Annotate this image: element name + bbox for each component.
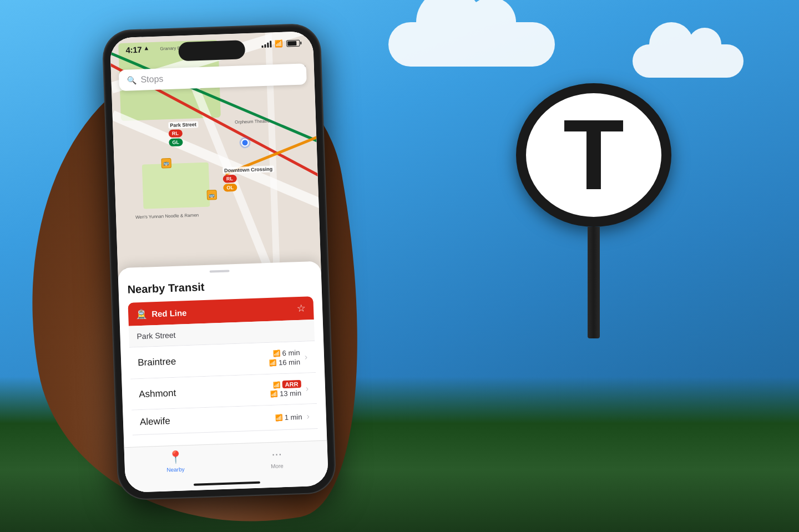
- ashmont-arrival-2: 📶 13 min: [270, 389, 302, 398]
- phone: Park Street RL GL Downtown Crossing RL O…: [103, 24, 335, 499]
- cloud-2: [633, 44, 744, 78]
- map-green-2: [142, 163, 210, 209]
- signal-icon-5: 📶: [275, 414, 283, 421]
- alewife-arrival-1: 📶 1 min: [275, 412, 302, 422]
- bus-stop-1: 🚌: [161, 158, 171, 169]
- signal-bars: [261, 40, 271, 48]
- braintree-arrival-1: 📶 6 min: [272, 348, 300, 358]
- transit-header-left: 🚊 Red Line: [136, 307, 187, 320]
- signal-bar-4: [270, 40, 271, 47]
- wifi-icon: 📶: [275, 40, 283, 48]
- signal-icon-1: 📶: [272, 349, 280, 357]
- tab-more[interactable]: ··· More: [226, 445, 328, 470]
- mbta-t-letter: T: [563, 105, 624, 205]
- alewife-arrivals: 📶 1 min: [275, 412, 302, 422]
- station-name-text: Park Street: [136, 331, 176, 341]
- tab-bar: 📍 Nearby ··· More: [124, 440, 329, 493]
- cloud-1: [388, 22, 555, 67]
- dynamic-island: [178, 40, 245, 61]
- ashmont-arrival-1: 📶 ARR: [272, 380, 301, 389]
- downtown-rl-badge: RL: [223, 175, 237, 183]
- alewife-time-1: 1 min: [284, 412, 302, 421]
- status-time: 4:17: [125, 45, 141, 55]
- search-icon: 🔍: [127, 75, 136, 85]
- braintree-arrival-2: 📶 16 min: [269, 358, 301, 367]
- braintree-chevron: ›: [304, 352, 307, 362]
- signal-bar-1: [261, 45, 263, 48]
- ashmont-direction: Ashmont: [139, 384, 270, 399]
- downtown-label: Downtown Crossing: [222, 165, 274, 174]
- location-arrow-icon: ▲: [143, 44, 149, 51]
- signal-icon-2: 📶: [269, 359, 277, 366]
- downtown-marker: Downtown Crossing RL OL: [222, 165, 275, 191]
- ashmont-chevron: ›: [305, 383, 309, 393]
- nearby-tab-icon: 📍: [168, 450, 183, 465]
- park-gl-badge: GL: [169, 138, 183, 146]
- more-tab-label: More: [271, 463, 284, 469]
- phone-frame: Park Street RL GL Downtown Crossing RL O…: [103, 24, 335, 499]
- arr-badge: ARR: [282, 380, 301, 388]
- battery-icon: [286, 40, 300, 47]
- train-icon: 🚊: [136, 308, 148, 320]
- signal-bar-2: [264, 44, 266, 48]
- battery-fill: [287, 41, 296, 46]
- transit-line-name: Red Line: [151, 308, 187, 318]
- tab-nearby[interactable]: 📍 Nearby: [124, 449, 226, 474]
- signal-icon-3: 📶: [272, 381, 280, 388]
- braintree-arrivals: 📶 6 min 📶 16 min: [269, 348, 300, 367]
- signal-bar-3: [267, 43, 269, 48]
- status-icons: 📶: [261, 39, 300, 48]
- park-street-label: Park Street: [168, 121, 198, 129]
- park-rl-badge: RL: [169, 129, 183, 138]
- alewife-direction: Alewife: [140, 412, 275, 428]
- mbta-circle: T: [516, 83, 671, 227]
- signal-icon-4: 📶: [270, 390, 278, 397]
- park-street-badges: RL GL: [169, 129, 183, 146]
- star-icon[interactable]: ☆: [297, 302, 306, 315]
- more-tab-icon: ···: [271, 447, 282, 462]
- search-placeholder-text: Stops: [140, 74, 164, 84]
- braintree-time-1: 6 min: [282, 348, 300, 357]
- mbta-sign: T: [510, 83, 677, 338]
- downtown-badges: RL OL: [223, 175, 237, 192]
- braintree-time-2: 16 min: [279, 358, 301, 367]
- nearby-tab-label: Nearby: [166, 466, 185, 473]
- bottom-sheet: Nearby Transit 🚊 Red Line ☆ Park Street …: [118, 261, 328, 493]
- braintree-direction: Braintree: [138, 353, 269, 368]
- ashmont-time-2: 13 min: [280, 389, 302, 398]
- phone-screen: Park Street RL GL Downtown Crossing RL O…: [110, 31, 328, 493]
- park-street-marker: Park Street RL GL: [168, 121, 199, 146]
- alewife-chevron: ›: [306, 411, 310, 421]
- sheet-handle: [210, 270, 230, 272]
- bus-stop-2: 🚌: [206, 190, 217, 200]
- ashmont-arrivals: 📶 ARR 📶 13 min: [270, 380, 301, 398]
- mbta-pole: [588, 227, 600, 338]
- downtown-ol-badge: OL: [223, 184, 237, 192]
